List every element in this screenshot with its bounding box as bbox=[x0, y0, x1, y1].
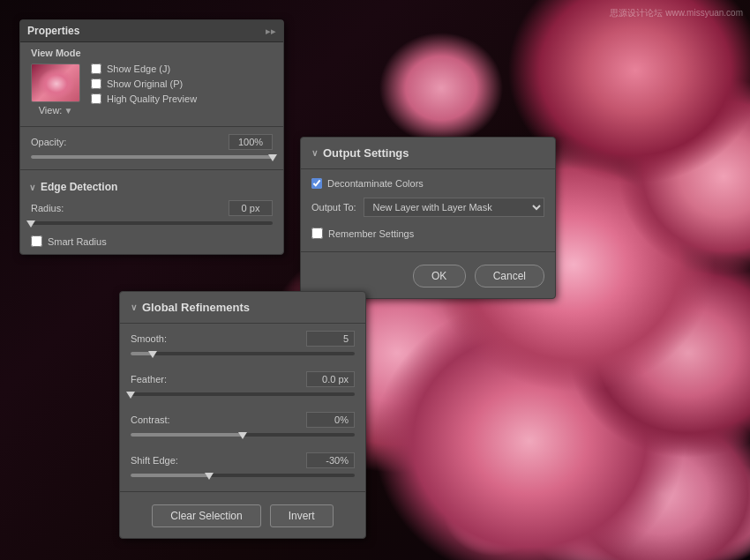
remember-label: Remember Settings bbox=[328, 228, 414, 239]
chevron-down-icon[interactable]: ▼ bbox=[64, 106, 72, 116]
clear-selection-button[interactable]: Clear Selection bbox=[152, 504, 260, 527]
contrast-label: Contrast: bbox=[131, 414, 170, 425]
drag-handle: ▸▸ bbox=[266, 26, 276, 36]
opacity-slider-fill bbox=[31, 155, 273, 159]
view-mode-inner: View: ▼ Show Edge (J) Show Original (P) … bbox=[31, 63, 273, 116]
checkboxes-group: Show Edge (J) Show Original (P) High Qua… bbox=[91, 63, 197, 104]
radius-label: Radius: bbox=[31, 203, 64, 213]
show-edge-input[interactable] bbox=[91, 63, 101, 74]
shift-edge-slider-track[interactable] bbox=[131, 474, 355, 477]
opacity-slider-container bbox=[20, 153, 283, 166]
ok-button[interactable]: OK bbox=[413, 265, 466, 287]
opacity-row: Opacity: 100% bbox=[20, 131, 283, 153]
view-label: View: bbox=[39, 105, 63, 116]
show-original-checkbox[interactable]: Show Original (P) bbox=[91, 78, 197, 89]
view-mode-label: View Mode bbox=[31, 48, 273, 58]
output-settings-header: ∨ Output Settings bbox=[301, 138, 555, 165]
smooth-row: Smooth: 5 bbox=[120, 327, 365, 350]
refinements-btn-row: Clear Selection Invert bbox=[120, 496, 365, 538]
contrast-slider-thumb[interactable] bbox=[238, 432, 247, 439]
output-to-label: Output To: bbox=[311, 202, 356, 213]
high-quality-input[interactable] bbox=[91, 93, 101, 104]
smooth-value[interactable]: 5 bbox=[306, 331, 355, 347]
smooth-label: Smooth: bbox=[131, 333, 167, 344]
radius-value[interactable]: 0 px bbox=[229, 200, 273, 216]
opacity-slider-thumb[interactable] bbox=[268, 154, 277, 161]
divider-2 bbox=[20, 169, 283, 170]
divider-1 bbox=[20, 126, 283, 127]
output-settings-label: Output Settings bbox=[323, 146, 409, 160]
show-edge-label: Show Edge (J) bbox=[107, 63, 170, 74]
opacity-slider-track[interactable] bbox=[31, 155, 273, 159]
contrast-row: Contrast: 0% bbox=[120, 408, 365, 431]
feather-slider-track[interactable] bbox=[131, 392, 355, 396]
view-mode-section: View Mode View: ▼ Show Edge (J) Show Ori… bbox=[20, 42, 283, 123]
radius-row: Radius: 0 px bbox=[20, 197, 283, 220]
contrast-slider-container bbox=[120, 431, 365, 444]
radius-slider-thumb[interactable] bbox=[26, 220, 35, 228]
remember-row: Remember Settings bbox=[301, 220, 555, 248]
contrast-value[interactable]: 0% bbox=[306, 412, 355, 428]
show-original-label: Show Original (P) bbox=[107, 78, 183, 89]
refinements-chevron-icon: ∨ bbox=[131, 302, 137, 312]
refinements-divider-2 bbox=[120, 491, 365, 492]
radius-slider-container bbox=[20, 220, 283, 232]
high-quality-checkbox[interactable]: High Quality Preview bbox=[91, 93, 197, 104]
refinements-header: ∨ Global Refinements bbox=[120, 292, 365, 319]
feather-label: Feather: bbox=[131, 374, 167, 385]
remember-checkbox[interactable] bbox=[311, 228, 323, 239]
contrast-slider-fill bbox=[131, 433, 243, 437]
smooth-slider-track[interactable] bbox=[131, 352, 355, 355]
output-to-select[interactable]: Selection Layer Mask New Layer New Layer… bbox=[364, 198, 544, 217]
output-to-row: Output To: Selection Layer Mask New Laye… bbox=[301, 194, 555, 220]
output-settings-panel: ∨ Output Settings Decontaminate Colors O… bbox=[300, 137, 556, 299]
shift-edge-value[interactable]: -30% bbox=[306, 452, 355, 468]
edge-chevron-icon: ∨ bbox=[29, 183, 35, 192]
shift-edge-label: Shift Edge: bbox=[131, 455, 178, 466]
smooth-slider-thumb[interactable] bbox=[148, 351, 157, 358]
shift-edge-slider-container bbox=[120, 472, 365, 484]
shift-edge-row: Shift Edge: -30% bbox=[120, 449, 365, 472]
shift-edge-slider-thumb[interactable] bbox=[205, 473, 214, 480]
edge-detection-header: ∨ Edge Detection bbox=[20, 174, 283, 197]
show-edge-checkbox[interactable]: Show Edge (J) bbox=[91, 63, 197, 74]
invert-button[interactable]: Invert bbox=[270, 504, 334, 527]
output-chevron-icon: ∨ bbox=[311, 148, 318, 158]
feather-row: Feather: 0.0 px bbox=[120, 368, 365, 391]
properties-title-bar[interactable]: Properties ▸▸ bbox=[20, 20, 283, 42]
view-thumb-image bbox=[31, 63, 80, 102]
opacity-label: Opacity: bbox=[31, 137, 66, 147]
output-divider-1 bbox=[301, 168, 555, 169]
smart-radius-input[interactable] bbox=[31, 235, 42, 247]
feather-slider-container bbox=[120, 391, 365, 403]
smart-radius-label: Smart Radius bbox=[48, 236, 107, 247]
feather-value[interactable]: 0.0 px bbox=[306, 371, 355, 387]
feather-slider-thumb[interactable] bbox=[126, 392, 135, 399]
output-divider-2 bbox=[301, 251, 555, 252]
decontaminate-row: Decontaminate Colors bbox=[301, 173, 555, 194]
refinements-label: Global Refinements bbox=[142, 301, 250, 314]
decontaminate-label: Decontaminate Colors bbox=[327, 178, 424, 189]
properties-title: Properties bbox=[27, 25, 79, 37]
view-thumbnail: View: ▼ bbox=[31, 63, 80, 116]
cancel-button[interactable]: Cancel bbox=[475, 265, 544, 287]
decontaminate-checkbox[interactable] bbox=[311, 178, 322, 189]
opacity-value[interactable]: 100% bbox=[229, 134, 273, 150]
radius-slider-track[interactable] bbox=[31, 221, 273, 225]
smart-radius-row: Smart Radius bbox=[20, 232, 283, 254]
show-original-input[interactable] bbox=[91, 78, 101, 89]
global-refinements-panel: ∨ Global Refinements Smooth: 5 Feather: … bbox=[119, 291, 366, 539]
edge-detection-label: Edge Detection bbox=[41, 181, 117, 193]
shift-edge-slider-fill bbox=[131, 474, 209, 477]
watermark: 思源设计论坛 www.missyuan.com bbox=[610, 7, 743, 19]
refinements-divider-1 bbox=[120, 323, 365, 324]
view-dropdown-row: View: ▼ bbox=[39, 105, 73, 116]
contrast-slider-track[interactable] bbox=[131, 433, 355, 437]
smooth-slider-container bbox=[120, 350, 365, 362]
high-quality-label: High Quality Preview bbox=[107, 93, 197, 104]
properties-panel: Properties ▸▸ View Mode View: ▼ Show Edg… bbox=[19, 19, 284, 255]
